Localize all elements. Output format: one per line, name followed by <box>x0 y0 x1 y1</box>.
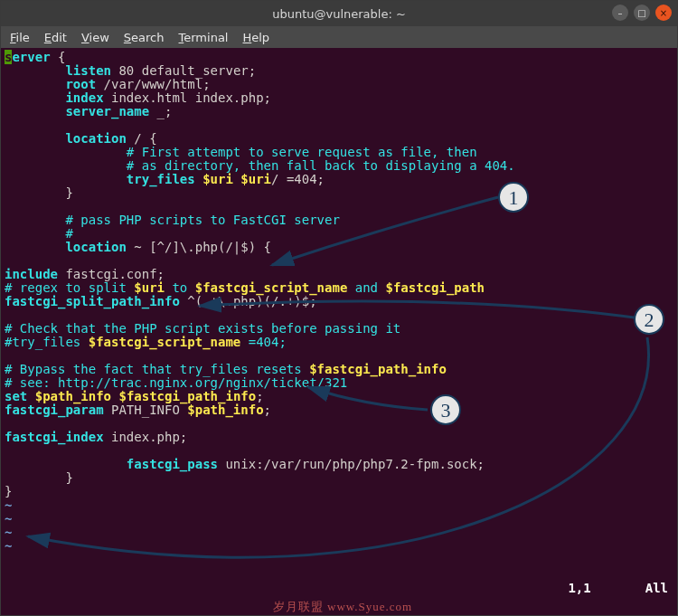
menu-edit[interactable]: Edit <box>44 31 67 44</box>
close-button[interactable]: × <box>655 5 672 21</box>
titlebar: ubuntu@vulnerable: ~ – □ × <box>1 1 677 26</box>
watermark-text: 岁月联盟 www.Syue.com <box>5 600 678 613</box>
maximize-button[interactable]: □ <box>634 5 650 21</box>
terminal-viewport[interactable]: server { listen 80 default_server; root … <box>1 48 677 615</box>
editor-content[interactable]: server { listen 80 default_server; root … <box>5 51 673 553</box>
vim-statusbar: 1,1 All <box>1 582 677 595</box>
window-controls: – □ × <box>612 5 672 21</box>
window-title: ubuntu@vulnerable: ~ <box>272 7 406 21</box>
menu-terminal[interactable]: Terminal <box>179 31 229 44</box>
menubar: File Edit View Search Terminal Help <box>1 26 677 48</box>
menu-view[interactable]: View <box>81 31 109 44</box>
menu-help[interactable]: Help <box>242 31 269 44</box>
menu-file[interactable]: File <box>10 31 30 44</box>
minimize-button[interactable]: – <box>612 5 628 21</box>
terminal-window: ubuntu@vulnerable: ~ – □ × File Edit Vie… <box>0 0 678 616</box>
cursor-position: 1,1 <box>568 582 590 595</box>
scroll-indicator: All <box>645 582 668 595</box>
menu-search[interactable]: Search <box>124 31 165 44</box>
